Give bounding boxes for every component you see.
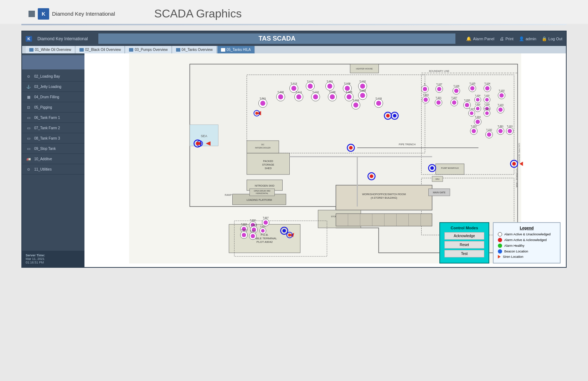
tank-T189[interactable]: T-189	[328, 91, 337, 101]
svg-point-81	[313, 94, 318, 99]
tank-T381[interactable]: T-381	[497, 125, 504, 135]
user-icon: 👤	[519, 36, 524, 41]
svg-rect-29	[436, 164, 464, 174]
tank-T102a[interactable]: T-102	[359, 80, 367, 90]
sidebar-item-pigging[interactable]: ⊡ 05_Pigging	[22, 102, 84, 113]
tank-T305[interactable]: T-305	[345, 91, 354, 101]
svg-point-84	[330, 94, 335, 99]
svg-point-202	[251, 234, 255, 238]
tank-T111[interactable]: T-111	[295, 91, 303, 101]
tab-tanks-overview[interactable]: 04_Tanks Overview	[172, 46, 217, 53]
svg-text:T-104: T-104	[484, 82, 490, 85]
tank-T402[interactable]: T-402	[475, 103, 481, 112]
svg-text:T-111: T-111	[296, 91, 302, 93]
tank-T120[interactable]: T-120	[375, 97, 383, 108]
svg-point-163	[487, 132, 491, 137]
svg-text:T-621: T-621	[260, 225, 266, 228]
tank-T103b[interactable]: T-103	[497, 104, 504, 113]
tab-black-oil[interactable]: 02_Black Oil Overview	[76, 46, 125, 53]
svg-point-136	[485, 98, 489, 101]
tank-T602[interactable]: T-602	[241, 229, 248, 239]
tab-tanks-hila[interactable]: 05_Tanks HILA	[217, 46, 255, 53]
svg-point-99	[376, 101, 381, 106]
tank-T301[interactable]: T-301	[326, 80, 334, 90]
svg-point-160	[472, 129, 476, 133]
svg-text:T-601: T-601	[250, 230, 256, 233]
tank-T434[interactable]: T-434	[475, 94, 481, 103]
logout-button[interactable]: 🔒 Log Out	[542, 36, 562, 41]
tank-T105[interactable]: T-105	[469, 82, 476, 92]
tank-T107[interactable]: T-107	[436, 83, 443, 93]
tank-T106[interactable]: T-106	[453, 85, 460, 94]
tank-T306[interactable]: T-306	[277, 91, 285, 101]
svg-point-87	[347, 94, 352, 99]
svg-text:PACKED: PACKED	[263, 160, 273, 162]
sidebar-item-slop-tank[interactable]: ▭ 09_Slop Tank	[22, 143, 84, 154]
tank-T101[interactable]: T-101	[506, 125, 514, 135]
svg-text:PIPE TRENCH: PIPE TRENCH	[399, 143, 416, 146]
tank-T207[interactable]: T-207	[451, 96, 458, 106]
tank-T201a[interactable]: T-201	[435, 96, 442, 106]
acknowledge-button[interactable]: Acknowledge	[444, 232, 484, 240]
tank-T204[interactable]: T-204	[474, 116, 481, 125]
tank-T403[interactable]: T-403	[484, 108, 490, 116]
sidebar-item-tank-farm-3[interactable]: ▭ 08_Tank Farm 3	[22, 133, 84, 143]
legend-alarm-unack: Alarm Active & Unacknowledged	[498, 232, 556, 236]
nav-logo: K	[26, 36, 32, 42]
tab-white-oil[interactable]: 01_White Oil Overview	[26, 46, 75, 53]
sidebar-item-utilities[interactable]: ⊙ 11_Utilities	[22, 164, 84, 174]
sidebar-item-additive[interactable]: 🚛 10_Additve	[22, 154, 84, 164]
legend-icon-empty	[498, 232, 502, 236]
pigging-icon: ⊡	[26, 105, 31, 110]
tank-T102b[interactable]: T-102	[498, 89, 505, 99]
sidebar-item-jetty-loading[interactable]: ⚓ 03_Jetty Loading	[22, 82, 84, 92]
svg-text:HORIZONTAL: HORIZONTAL	[256, 192, 268, 194]
svg-text:T-600: T-600	[250, 219, 256, 221]
sidebar-item-tank-farm-2[interactable]: ▭ 07_Tank Farm 2	[22, 123, 84, 133]
logo-icon: K	[38, 8, 49, 20]
tank-T607[interactable]: T-607	[262, 216, 269, 226]
sidebar-item-loading-bay[interactable]: ⊙ 02_Loading Bay	[22, 71, 84, 82]
tank-T431[interactable]: T-431	[484, 94, 490, 103]
sidebar-item-drum-filling[interactable]: ▦ 04_Drum Filling	[22, 92, 84, 102]
tank-T203[interactable]: T-203	[422, 94, 429, 103]
svg-text:T-301: T-301	[327, 80, 333, 83]
svg-text:T-102: T-102	[499, 89, 505, 92]
svg-point-157	[499, 108, 503, 112]
svg-text:OPEN DRUM VBD: OPEN DRUM VBD	[254, 190, 270, 192]
tab-bar: 01_White Oil Overview 02_Black Oil Overv…	[22, 46, 566, 53]
test-button[interactable]: Test	[444, 250, 484, 257]
print-button[interactable]: 🖨 Print	[500, 36, 514, 41]
svg-point-78	[296, 94, 301, 99]
tank-T103a[interactable]: T-103	[359, 89, 367, 100]
svg-point-139	[500, 93, 504, 98]
tab-pumps[interactable]: 03_Pumps Overview	[125, 46, 171, 53]
tank-T206[interactable]: T-206	[464, 99, 471, 109]
tank-farm-3-icon: ▭	[26, 136, 31, 141]
tank-T104a[interactable]: T-104	[352, 99, 360, 109]
sidebar-item-tank-farm-1[interactable]: ▭ 06_Tank Farm 1	[22, 113, 84, 123]
tank-T232[interactable]: T-232	[486, 129, 493, 138]
tank-T104b[interactable]: T-104	[484, 82, 491, 92]
svg-text:VRU: VRU	[435, 178, 440, 180]
svg-text:DC: DC	[261, 143, 264, 146]
tank-T110[interactable]: T-110	[311, 91, 320, 101]
svg-point-69	[345, 86, 350, 91]
tank-T501[interactable]: T-501	[259, 97, 267, 108]
admin-button[interactable]: 👤 admin	[519, 36, 536, 41]
svg-text:PUMP MANIFOLD: PUMP MANIFOLD	[441, 167, 459, 169]
svg-point-172	[430, 166, 434, 170]
tank-T621[interactable]: T-621	[260, 225, 266, 234]
tank-T507[interactable]: T-507	[469, 108, 475, 116]
sidebar: ⊙ 02_Loading Bay ⚓ 03_Jetty Loading ▦ 04…	[22, 53, 84, 267]
tank-T112[interactable]: T-112	[306, 80, 315, 90]
logo-square	[29, 11, 35, 17]
reset-button[interactable]: Reset	[444, 241, 484, 249]
map-area: SEA PACKED STORAGE SHED NITROGEN SKID DC	[84, 53, 566, 267]
svg-point-151	[485, 111, 489, 115]
tank-T201b[interactable]: T-201	[470, 125, 478, 135]
tank-T601[interactable]: T-601	[249, 230, 257, 240]
svg-text:T-602: T-602	[241, 229, 247, 231]
alarm-panel-button[interactable]: 🔔 Alarm Panel	[466, 36, 494, 41]
svg-text:T-403: T-403	[484, 108, 490, 110]
